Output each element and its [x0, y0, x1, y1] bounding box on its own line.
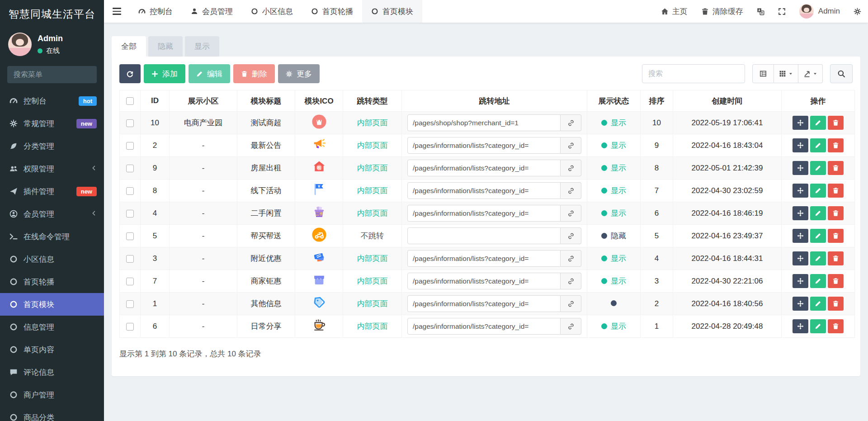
- row-edit-button[interactable]: [810, 138, 826, 152]
- sidebar-search-input[interactable]: [7, 66, 97, 83]
- sidebar-item-会员管理[interactable]: 会员管理: [0, 203, 104, 225]
- export-button[interactable]: [798, 64, 823, 83]
- row-edit-button[interactable]: [810, 161, 826, 175]
- row-checkbox[interactable]: [126, 187, 134, 195]
- sidebar-item-商品分类[interactable]: 商品分类: [0, 406, 104, 421]
- move-button[interactable]: [793, 319, 808, 333]
- move-button[interactable]: [793, 184, 808, 198]
- topnav-tab-首页模块[interactable]: 首页模块: [362, 0, 422, 23]
- edit-button[interactable]: 编辑: [189, 64, 230, 83]
- link-button[interactable]: [561, 160, 581, 176]
- link-button[interactable]: [561, 182, 581, 199]
- jump-url-input[interactable]: [407, 318, 561, 335]
- jump-url-input[interactable]: [407, 227, 561, 244]
- jump-url-input[interactable]: [407, 182, 561, 199]
- move-button[interactable]: [793, 274, 808, 288]
- sidebar-item-单页内容[interactable]: 单页内容: [0, 338, 104, 361]
- filter-tab-显示[interactable]: 显示: [185, 36, 219, 57]
- jump-url-input[interactable]: [407, 273, 561, 289]
- link-button[interactable]: [561, 318, 581, 335]
- select-all-checkbox[interactable]: [126, 97, 134, 105]
- sidebar-item-商户管理[interactable]: 商户管理: [0, 383, 104, 406]
- topnav-tab-会员管理[interactable]: 会员管理: [182, 0, 242, 23]
- move-button[interactable]: [793, 297, 808, 311]
- move-button[interactable]: [793, 229, 808, 243]
- add-button[interactable]: 添加: [144, 64, 185, 83]
- row-edit-button[interactable]: [810, 206, 826, 220]
- row-edit-button[interactable]: [810, 319, 826, 333]
- refresh-button[interactable]: [119, 64, 141, 83]
- link-button[interactable]: [561, 227, 581, 244]
- row-delete-button[interactable]: [828, 251, 844, 265]
- jump-url-input[interactable]: [407, 114, 561, 131]
- row-delete-button[interactable]: [828, 319, 844, 333]
- fullscreen-button[interactable]: [771, 0, 793, 23]
- move-button[interactable]: [793, 251, 808, 265]
- row-delete-button[interactable]: [828, 206, 844, 220]
- detail-view-button[interactable]: [752, 64, 774, 83]
- sidebar-item-小区信息[interactable]: 小区信息: [0, 248, 104, 270]
- sidebar-item-常规管理[interactable]: 常规管理new: [0, 112, 104, 135]
- row-delete-button[interactable]: [828, 138, 844, 152]
- sidebar-item-在线命令管理[interactable]: 在线命令管理: [0, 225, 104, 248]
- row-delete-button[interactable]: [828, 161, 844, 175]
- row-checkbox[interactable]: [126, 210, 134, 218]
- columns-button[interactable]: [774, 64, 798, 83]
- link-button[interactable]: [561, 250, 581, 267]
- row-edit-button[interactable]: [810, 116, 826, 130]
- sidebar-item-信息管理[interactable]: 信息管理: [0, 316, 104, 338]
- row-checkbox[interactable]: [126, 119, 134, 127]
- row-checkbox[interactable]: [126, 278, 134, 285]
- search-submit-button[interactable]: [830, 64, 853, 83]
- row-checkbox[interactable]: [126, 165, 134, 172]
- link-button[interactable]: [561, 137, 581, 154]
- topnav-tab-首页轮播[interactable]: 首页轮播: [302, 0, 362, 23]
- row-delete-button[interactable]: [828, 116, 844, 130]
- jump-url-input[interactable]: [407, 295, 561, 312]
- row-edit-button[interactable]: [810, 229, 826, 243]
- home-link[interactable]: 主页: [654, 0, 694, 23]
- row-checkbox[interactable]: [126, 300, 134, 308]
- row-delete-button[interactable]: [828, 274, 844, 288]
- link-button[interactable]: [561, 205, 581, 222]
- row-delete-button[interactable]: [828, 297, 844, 311]
- settings-button[interactable]: [847, 0, 868, 23]
- row-edit-button[interactable]: [810, 251, 826, 265]
- topnav-tab-控制台[interactable]: 控制台: [129, 0, 182, 23]
- delete-button[interactable]: 删除: [233, 64, 275, 83]
- row-checkbox[interactable]: [126, 255, 134, 263]
- row-delete-button[interactable]: [828, 229, 844, 243]
- sidebar-item-权限管理[interactable]: 权限管理: [0, 157, 104, 180]
- clear-cache-button[interactable]: 清除缓存: [694, 0, 750, 23]
- filter-tab-隐藏[interactable]: 隐藏: [148, 36, 183, 57]
- link-button[interactable]: [561, 273, 581, 289]
- sidebar-item-插件管理[interactable]: 插件管理new: [0, 180, 104, 203]
- jump-url-input[interactable]: [407, 160, 561, 176]
- move-button[interactable]: [793, 138, 808, 152]
- jump-url-input[interactable]: [407, 250, 561, 267]
- row-edit-button[interactable]: [810, 184, 826, 198]
- row-edit-button[interactable]: [810, 274, 826, 288]
- jump-url-input[interactable]: [407, 137, 561, 154]
- row-checkbox[interactable]: [126, 232, 134, 240]
- sidebar-item-分类管理[interactable]: 分类管理: [0, 135, 104, 157]
- row-delete-button[interactable]: [828, 184, 844, 198]
- user-menu[interactable]: Admin: [793, 0, 847, 23]
- sidebar-item-控制台[interactable]: 控制台hot: [0, 90, 104, 112]
- sidebar-item-评论信息[interactable]: 评论信息: [0, 361, 104, 383]
- language-button[interactable]: [750, 0, 771, 23]
- more-button[interactable]: 更多: [278, 64, 320, 83]
- row-checkbox[interactable]: [126, 323, 134, 331]
- sidebar-item-首页模块[interactable]: 首页模块: [0, 293, 104, 316]
- link-button[interactable]: [561, 295, 581, 312]
- row-checkbox[interactable]: [126, 142, 134, 150]
- topnav-tab-小区信息[interactable]: 小区信息: [242, 0, 302, 23]
- filter-tab-全部[interactable]: 全部: [112, 36, 146, 57]
- row-edit-button[interactable]: [810, 297, 826, 311]
- link-button[interactable]: [561, 114, 581, 131]
- move-button[interactable]: [793, 116, 808, 130]
- table-search-input[interactable]: [642, 64, 745, 83]
- move-button[interactable]: [793, 161, 808, 175]
- jump-url-input[interactable]: [407, 205, 561, 222]
- move-button[interactable]: [793, 206, 808, 220]
